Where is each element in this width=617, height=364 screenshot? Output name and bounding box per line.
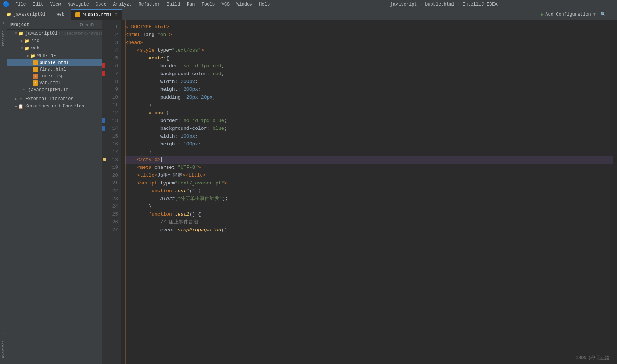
menu-code[interactable]: Code <box>93 1 109 8</box>
root-path: F:\IdeaWork\javascript\ja <box>59 31 102 36</box>
menu-file[interactable]: File <box>12 1 29 8</box>
tree-scratches-item[interactable]: ▶ 📋 Scratches and Consoles <box>7 103 102 110</box>
scratches-label: Scratches and Consoles <box>25 104 84 109</box>
var-html-label: var.html <box>39 80 61 86</box>
tree-iml-item[interactable]: ▪ javascript01.iml <box>7 86 102 94</box>
project-icon: 📁 <box>6 12 12 17</box>
line-2: 2 <box>102 31 118 39</box>
project-panel-header: Project ⚙ ↻ ⚙ − <box>7 20 102 30</box>
code-line-22: function test1() { <box>125 187 613 195</box>
iml-label: javascript01.iml <box>28 87 71 93</box>
left-sidebar-tab-strip: 1 Project 2 Favorites <box>0 20 7 364</box>
menu-tools[interactable]: Tools <box>199 1 218 8</box>
tab-bubble-html[interactable]: bubble.html × <box>71 9 122 20</box>
tree-webinf-item[interactable]: ▶ 📁 WEB-INF <box>7 52 102 59</box>
sidebar-tab-1-num[interactable]: 1 <box>0 20 7 27</box>
scratches-icon: 📋 <box>18 103 24 109</box>
webinf-label: WEB-INF <box>37 53 56 58</box>
line-9: 9 <box>102 86 118 93</box>
sidebar-tab-2-favorites[interactable]: Favorites <box>0 336 7 364</box>
tree-index-jsp-item[interactable]: J index.jsp <box>7 73 102 80</box>
line-20: 20 <box>102 171 118 179</box>
project-panel-title: Project <box>10 22 77 28</box>
add-config-dropdown-icon: ▼ <box>593 12 596 17</box>
project-config-icon[interactable]: ⚙ <box>90 22 93 28</box>
add-configuration-button[interactable]: ▶ Add Configuration ▼ 🔍 <box>541 11 606 17</box>
line-6: 6 <box>102 62 118 70</box>
menu-edit[interactable]: Edit <box>30 1 47 8</box>
tab-bar: 📁 javascript01 web bubble.html × ▶ Add C… <box>0 9 617 20</box>
search-config-icon[interactable]: 🔍 <box>600 12 606 17</box>
code-line-16: height: 100px; <box>125 140 613 148</box>
code-content[interactable]: <!DOCTYPE html> <html lang="en"> <head> … <box>121 20 617 364</box>
line-11: 11 <box>102 101 118 109</box>
webinf-expand-icon: ▶ <box>27 54 29 58</box>
first-html-label: first.html <box>39 67 66 72</box>
src-label: src <box>31 38 39 44</box>
tree-var-html-item[interactable]: H var.html <box>7 80 102 86</box>
code-line-2: <html lang="en"> <box>125 31 613 39</box>
web-folder-icon: 📁 <box>24 45 30 51</box>
code-line-8: width: 200px; <box>125 78 613 86</box>
sidebar-tab-1-project[interactable]: Project <box>0 27 7 50</box>
scratches-expand-icon: ▶ <box>15 104 17 109</box>
tree-ext-libraries-item[interactable]: ▶ ⊞ External Libraries <box>7 95 102 103</box>
tab-project[interactable]: 📁 javascript01 <box>1 9 50 20</box>
code-line-7: background-color: red; <box>125 70 613 78</box>
webinf-folder-icon: 📁 <box>30 53 36 59</box>
line-10: 10 <box>102 93 118 101</box>
code-line-20: <title>Js事件冒泡</title> <box>125 171 613 179</box>
menu-view[interactable]: View <box>47 1 64 8</box>
project-refresh-icon[interactable]: ↻ <box>85 22 88 28</box>
menu-navigate[interactable]: Navigate <box>64 1 92 8</box>
web-expand-icon: ▼ <box>21 46 23 51</box>
tab-close-icon[interactable]: × <box>115 12 117 17</box>
menu-build[interactable]: Build <box>164 1 183 8</box>
first-html-icon: H <box>33 67 38 72</box>
tab-web[interactable]: web <box>52 9 69 20</box>
line-15: 15 <box>102 132 118 140</box>
menu-vcs[interactable]: VCS <box>219 1 233 8</box>
var-html-icon: H <box>33 80 38 86</box>
code-line-12: #inner{ <box>125 109 613 117</box>
line-numbers: 1 2 3 4 5 6 7 8 9 10 11 12 13 14 15 16 1… <box>102 20 121 364</box>
line-8: 8 <box>102 78 118 86</box>
index-jsp-icon: J <box>33 74 38 79</box>
menu-refactor[interactable]: Refactor <box>135 1 163 8</box>
bubble-html-icon: H <box>33 60 38 65</box>
code-line-3: <head> <box>125 39 613 46</box>
line-24: 24 <box>102 203 118 210</box>
menu-help[interactable]: Help <box>256 1 273 8</box>
code-line-18: </style> <box>125 156 613 164</box>
ext-libraries-label: External Libraries <box>25 96 74 102</box>
code-line-26: // 阻止事件冒泡 <box>125 218 613 226</box>
web-label: web <box>31 46 39 51</box>
line-12: 12 <box>102 109 118 117</box>
code-line-13: border: solid 1px blue; <box>125 117 613 125</box>
line-14: 14 <box>102 125 118 132</box>
app-logo: 🔵 <box>3 1 9 7</box>
src-folder-icon: 📁 <box>24 38 30 44</box>
ext-libraries-icon: ⊞ <box>18 96 24 102</box>
line-21: 21 <box>102 179 118 187</box>
menu-window[interactable]: Window <box>233 1 255 8</box>
add-config-icon: ▶ <box>541 11 544 17</box>
sidebar-tab-2-num[interactable]: 2 <box>0 330 7 336</box>
tab-file-label: bubble.html <box>82 12 112 17</box>
code-editor[interactable]: 1 2 3 4 5 6 7 8 9 10 11 12 13 14 15 16 1… <box>102 20 617 364</box>
line-16: 16 <box>102 140 118 148</box>
menu-run[interactable]: Run <box>184 1 198 8</box>
tree-root-item[interactable]: ▼ 📁 javascript01 F:\IdeaWork\javascript\… <box>7 30 102 37</box>
project-settings-icon[interactable]: ⚙ <box>80 22 83 28</box>
tree-src-item[interactable]: ▶ 📁 src <box>7 37 102 45</box>
tree-bubble-html-item[interactable]: H bubble.html <box>7 59 102 66</box>
editor-area: 1 2 3 4 5 6 7 8 9 10 11 12 13 14 15 16 1… <box>102 20 617 364</box>
line-5: 5 <box>102 54 118 62</box>
tree-first-html-item[interactable]: H first.html <box>7 66 102 73</box>
menu-analyze[interactable]: Analyze <box>110 1 135 8</box>
menu-bar: 🔵 File Edit View Navigate Code Analyze R… <box>0 0 617 9</box>
tree-web-item[interactable]: ▼ 📁 web <box>7 45 102 52</box>
code-line-27: event.stopPropagation(); <box>125 226 613 234</box>
line-4: 4 <box>102 46 118 54</box>
project-minimize-icon[interactable]: − <box>96 22 99 28</box>
